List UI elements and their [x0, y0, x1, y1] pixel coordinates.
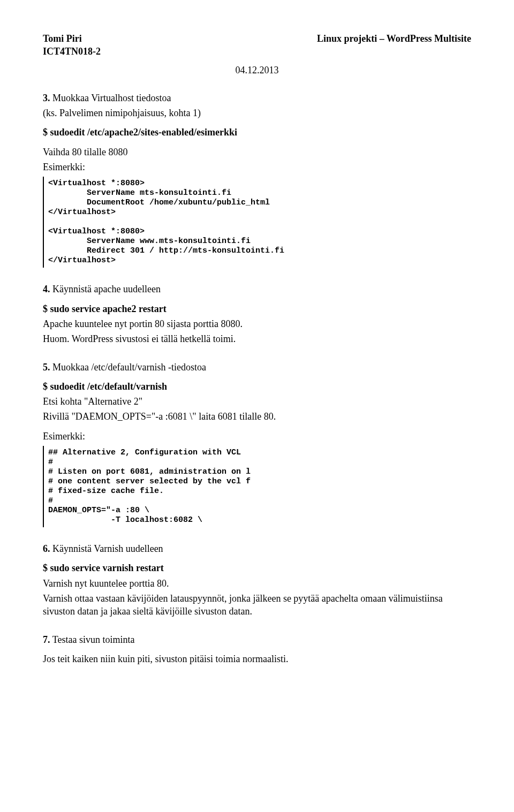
section-3-title: Muokkaa Virtualhost tiedostoa	[50, 93, 171, 103]
header-right: Linux projekti – WordPress Multisite	[317, 32, 471, 58]
section-5-title: Muokkaa /etc/default/varnish -tiedostoa	[50, 362, 206, 373]
header-left: Tomi Piri ICT4TN018-2	[43, 32, 101, 58]
section-5-command: $ sudoedit /etc/default/varnish	[43, 380, 471, 393]
header-date: 04.12.2013	[43, 64, 471, 77]
section-3: 3. Muokkaa Virtualhost tiedostoa (ks. Pa…	[43, 92, 471, 268]
section-5-desc3: Esimerkki:	[43, 430, 471, 443]
section-7-heading: 7. Testaa sivun toiminta	[43, 633, 471, 646]
section-4-command: $ sudo service apache2 restart	[43, 302, 471, 315]
section-7-desc1: Jos teit kaiken niin kuin piti, sivuston…	[43, 652, 471, 665]
section-6-number: 6.	[43, 543, 50, 554]
section-3-code: <Virtualhost *:8080> ServerName mts-kons…	[43, 177, 471, 268]
page-header: Tomi Piri ICT4TN018-2 Linux projekti – W…	[43, 32, 471, 58]
section-3-subtext: (ks. Palvelimen nimipohjaisuus, kohta 1)	[43, 107, 471, 119]
header-author: Tomi Piri	[43, 32, 101, 45]
section-6-title: Käynnistä Varnish uudelleen	[50, 543, 163, 554]
section-3-number: 3.	[43, 93, 50, 103]
section-4: 4. Käynnistä apache uudelleen $ sudo ser…	[43, 283, 471, 345]
section-5-heading: 5. Muokkaa /etc/default/varnish -tiedost…	[43, 361, 471, 374]
section-3-desc1: Vaihda 80 tilalle 8080	[43, 146, 471, 158]
section-7: 7. Testaa sivun toiminta Jos teit kaiken…	[43, 633, 471, 666]
section-7-number: 7.	[43, 634, 50, 645]
header-course: ICT4TN018-2	[43, 45, 101, 58]
section-5: 5. Muokkaa /etc/default/varnish -tiedost…	[43, 361, 471, 527]
section-6-command: $ sudo service varnish restart	[43, 561, 471, 574]
section-5-number: 5.	[43, 362, 50, 373]
section-6-desc2: Varnish ottaa vastaan kävijöiden latausp…	[43, 592, 471, 618]
section-6-desc1: Varnish nyt kuuntelee porttia 80.	[43, 577, 471, 590]
section-5-desc2: Rivillä "DAEMON_OPTS="-a :6081 \" laita …	[43, 410, 471, 423]
section-4-desc1: Apache kuuntelee nyt portin 80 sijasta p…	[43, 317, 471, 330]
section-3-heading: 3. Muokkaa Virtualhost tiedostoa	[43, 92, 471, 104]
header-title: Linux projekti – WordPress Multisite	[317, 32, 471, 45]
section-4-heading: 4. Käynnistä apache uudelleen	[43, 283, 471, 295]
section-5-desc1: Etsi kohta "Alternative 2"	[43, 395, 471, 408]
section-6-heading: 6. Käynnistä Varnish uudelleen	[43, 542, 471, 555]
section-4-desc2: Huom. WordPress sivustosi ei tällä hetke…	[43, 332, 471, 345]
section-3-desc2: Esimerkki:	[43, 161, 471, 173]
section-4-title: Käynnistä apache uudelleen	[50, 284, 161, 294]
section-5-code: ## Alternative 2, Configuration with VCL…	[43, 446, 471, 527]
section-7-title: Testaa sivun toiminta	[50, 634, 135, 645]
section-6: 6. Käynnistä Varnish uudelleen $ sudo se…	[43, 542, 471, 618]
section-3-command: $ sudoedit /etc/apache2/sites-enabled/es…	[43, 126, 471, 139]
section-4-number: 4.	[43, 284, 50, 294]
